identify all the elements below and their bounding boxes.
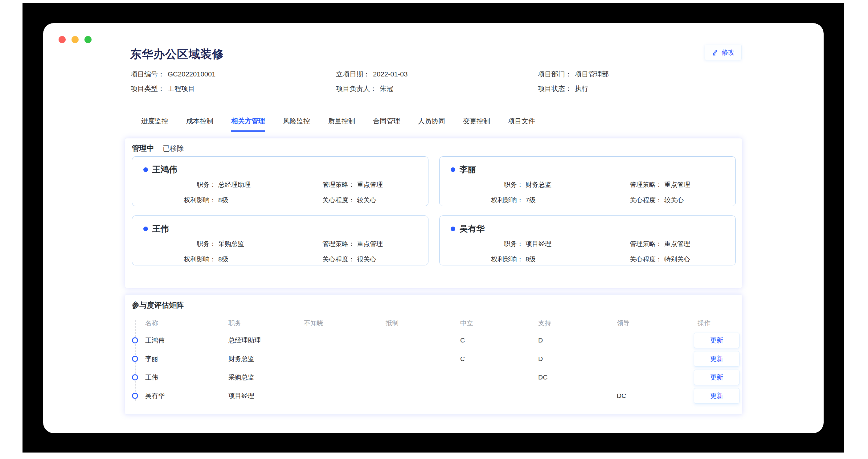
strategy-pair: 管理策略： 重点管理 [626, 180, 690, 189]
field-department: 项目部门： 项目管理部 [538, 70, 609, 79]
radio-circle-icon[interactable] [132, 393, 138, 399]
col-name: 名称 [145, 319, 158, 327]
table-row: 王伟 采购总监 DC 更新 [125, 368, 742, 387]
tab-change[interactable]: 变更控制 [463, 117, 490, 132]
strategy-pair: 管理策略： 重点管理 [319, 180, 383, 189]
position-pair: 职务： 项目经理 [451, 239, 552, 248]
power-pair: 权利影响： 8级 [143, 255, 228, 264]
field-owner: 项目负责人： 朱冠 [336, 84, 538, 93]
field-label: 项目部门： [538, 70, 572, 79]
tab-files[interactable]: 项目文件 [508, 117, 535, 132]
minimize-icon[interactable] [71, 36, 79, 43]
tab-progress[interactable]: 进度监控 [141, 117, 168, 132]
concern-pair: 关心程度： 较关心 [626, 195, 684, 205]
tab-risk[interactable]: 风险监控 [283, 117, 310, 132]
stakeholder-name: 吴有华 [460, 223, 485, 234]
table-row: 吴有华 项目经理 DC 更新 [125, 387, 742, 405]
position-pair: 职务： 财务总监 [451, 180, 552, 189]
field-value: GC2022010001 [168, 70, 215, 78]
tab-quality[interactable]: 质量控制 [328, 117, 355, 132]
col-unaware: 不知晓 [304, 319, 323, 327]
tab-cost[interactable]: 成本控制 [186, 117, 213, 132]
stakeholder-card[interactable]: 王鸿伟 职务： 总经理助理 管理策略： 重点管理 [132, 156, 429, 206]
field-label: 项目负责人： [336, 84, 377, 93]
position-pair: 职务： 采购总监 [143, 239, 244, 248]
concern-pair: 关心程度： 较关心 [319, 195, 376, 205]
stakeholder-name: 王伟 [152, 223, 169, 234]
edit-button-label: 修改 [721, 48, 735, 57]
strategy-pair: 管理策略： 重点管理 [319, 239, 383, 248]
radio-circle-icon[interactable] [132, 374, 138, 380]
field-value: 执行 [575, 84, 588, 93]
concern-pair: 关心程度： 特别关心 [626, 255, 690, 264]
stakeholder-card[interactable]: 吴有华 职务： 项目经理 管理策略： 重点管理 [439, 215, 736, 266]
filter-removed[interactable]: 已移除 [163, 144, 184, 153]
status-dot-icon [451, 167, 455, 172]
radio-circle-icon[interactable] [132, 356, 138, 362]
field-label: 项目状态： [538, 84, 572, 93]
update-button[interactable]: 更新 [694, 333, 740, 348]
power-pair: 权利影响： 8级 [143, 195, 228, 205]
table-row: 王鸿伟 总经理助理 C D 更新 [125, 331, 742, 349]
stakeholder-name-row: 李丽 [451, 164, 476, 175]
field-project-code: 项目编号： GC2022010001 [131, 70, 336, 79]
status-dot-icon [451, 226, 455, 231]
stakeholder-name: 王鸿伟 [152, 164, 177, 175]
matrix-title: 参与度评估矩阵 [132, 300, 184, 310]
pencil-icon [712, 49, 718, 56]
col-action: 操作 [698, 319, 711, 327]
stakeholder-cards: 王鸿伟 职务： 总经理助理 管理策略： 重点管理 [132, 156, 736, 266]
status-dot-icon [143, 167, 148, 172]
edit-button[interactable]: 修改 [705, 45, 742, 60]
close-icon[interactable] [59, 36, 66, 43]
field-label: 立项日期： [336, 70, 370, 79]
stakeholder-name-row: 王伟 [143, 223, 169, 234]
status-dot-icon [143, 226, 148, 231]
engagement-matrix-panel: 参与度评估矩阵 名称 职务 不知晓 抵制 中立 支持 领导 操作 王鸿伟 总经理… [125, 295, 742, 415]
project-info: 项目编号： GC2022010001 立项日期： 2022-01-03 项目部门… [131, 67, 609, 96]
field-value: 朱冠 [380, 84, 393, 93]
field-label: 项目编号： [131, 70, 164, 79]
field-label: 项目类型： [131, 84, 164, 93]
field-value: 2022-01-03 [373, 70, 408, 78]
app-window: 东华办公区域装修 修改 项目编号： GC2022010001 立项日期： 202… [43, 23, 824, 433]
stakeholder-name-row: 王鸿伟 [143, 164, 177, 175]
update-button[interactable]: 更新 [694, 370, 740, 385]
col-lead: 领导 [617, 319, 630, 327]
filter-managing[interactable]: 管理中 [132, 143, 154, 153]
stakeholder-panel: 管理中 已移除 王鸿伟 职务： 总经理助理 管理策略： [125, 138, 742, 288]
power-pair: 权利影响： 7级 [451, 195, 536, 205]
stakeholder-name: 李丽 [460, 164, 476, 175]
tab-contract[interactable]: 合同管理 [373, 117, 400, 132]
maximize-icon[interactable] [85, 36, 92, 43]
field-start-date: 立项日期： 2022-01-03 [336, 70, 538, 79]
field-project-type: 项目类型： 工程项目 [131, 84, 336, 93]
col-support: 支持 [538, 319, 551, 327]
field-status: 项目状态： 执行 [538, 84, 609, 93]
backdrop: 东华办公区域装修 修改 项目编号： GC2022010001 立项日期： 202… [23, 3, 844, 453]
radio-circle-icon[interactable] [132, 337, 138, 343]
window-controls [59, 36, 92, 43]
concern-pair: 关心程度： 很关心 [319, 255, 376, 264]
position-pair: 职务： 总经理助理 [143, 180, 251, 189]
col-neutral: 中立 [460, 319, 473, 327]
tab-stakeholders[interactable]: 相关方管理 [231, 117, 265, 132]
stakeholder-card[interactable]: 李丽 职务： 财务总监 管理策略： 重点管理 [439, 156, 736, 206]
col-resist: 抵制 [385, 319, 399, 327]
tab-people[interactable]: 人员协同 [418, 117, 445, 132]
stakeholder-name-row: 吴有华 [451, 223, 485, 234]
update-button[interactable]: 更新 [694, 351, 740, 367]
stakeholder-filters: 管理中 已移除 [132, 143, 184, 153]
col-position: 职务 [228, 319, 241, 327]
field-value: 项目管理部 [575, 70, 609, 79]
table-row: 李丽 财务总监 C D 更新 [125, 349, 742, 368]
main-tabs: 进度监控 成本控制 相关方管理 风险监控 质量控制 合同管理 人员协同 变更控制… [141, 117, 535, 132]
power-pair: 权利影响： 8级 [451, 255, 536, 264]
update-button[interactable]: 更新 [694, 388, 740, 403]
field-value: 工程项目 [168, 84, 195, 93]
page-title: 东华办公区域装修 [130, 47, 224, 62]
strategy-pair: 管理策略： 重点管理 [626, 239, 690, 248]
stakeholder-card[interactable]: 王伟 职务： 采购总监 管理策略： 重点管理 [132, 215, 429, 266]
